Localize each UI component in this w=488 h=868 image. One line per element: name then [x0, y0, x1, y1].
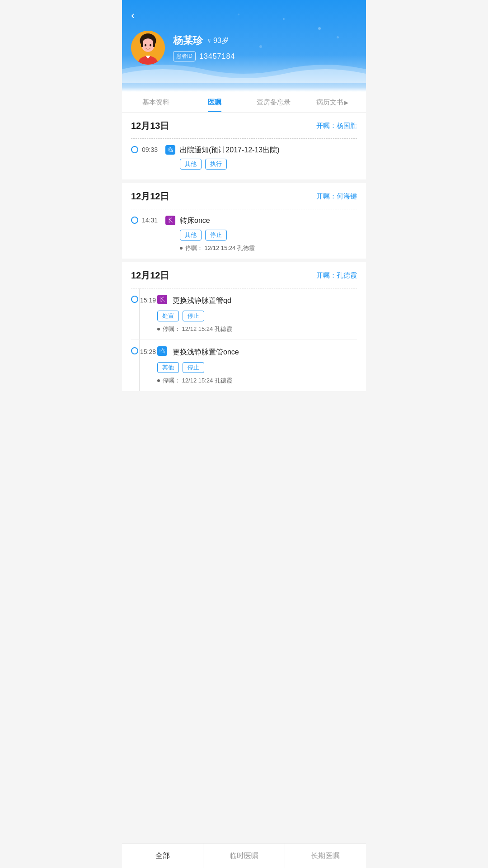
svg-point-6 [150, 44, 151, 47]
order-time: 09:33 [142, 146, 161, 153]
stop-info: 停嘱： 12/12 15:24 孔德霞 [157, 325, 357, 333]
stop-dot [157, 328, 160, 330]
order-item-0-0: 09:33 临 出院通知(预计2017-12-13出院) 其他 执行 [122, 139, 366, 179]
order-tag-0[interactable]: 处置 [157, 311, 179, 321]
order-tags: 其他 停止 [180, 230, 357, 241]
header: ‹ [122, 0, 366, 92]
stop-text: 停嘱： 12/12 15:24 孔德霞 [163, 377, 232, 385]
timeline-item-1: 15:28 临 更换浅静脉置管once 其他 停止 停嘱： 12/12 15:2… [131, 340, 357, 391]
stop-dot [157, 379, 160, 382]
stop-text: 停嘱： 12/12 15:24 孔德霞 [185, 244, 255, 252]
timeline-container: 15:19 长 更换浅静脉置管qd 处置 停止 停嘱： 12/12 15:24 … [122, 288, 366, 391]
doctor-label-1: 开嘱：何海键 [316, 192, 357, 201]
order-main: 转床once 其他 停止 停嘱： 12/12 15:24 孔德霞 [180, 216, 357, 252]
order-tag-1[interactable]: 停止 [183, 362, 204, 373]
timeline-dot [131, 146, 138, 153]
order-name: 更换浅静脉置管qd [173, 296, 231, 306]
stop-info: 停嘱： 12/12 15:24 孔德霞 [180, 244, 357, 252]
timeline-header: 长 更换浅静脉置管qd [157, 295, 357, 307]
timeline-dot [131, 217, 138, 224]
date-header-2: 12月12日 开嘱：孔德霞 [122, 262, 366, 288]
patient-details: 杨某珍 ♀ 93岁 患者ID 13457184 [173, 34, 235, 61]
svg-point-2 [142, 38, 155, 52]
stop-text: 停嘱： 12/12 15:24 孔德霞 [163, 325, 232, 333]
timeline-item-0: 15:19 长 更换浅静脉置管qd 处置 停止 停嘱： 12/12 15:24 … [131, 288, 357, 340]
tab-records[interactable]: 病历文书 ▶ [303, 92, 361, 112]
date-header-1: 12月12日 开嘱：何海键 [122, 183, 366, 209]
order-time: 15:19 [140, 297, 159, 304]
date-section-1: 12月12日 开嘱：何海键 14:31 长 转床once 其他 停止 [122, 183, 366, 258]
stop-dot [180, 247, 183, 250]
content-area: 12月13日 开嘱：杨国胜 09:33 临 出院通知(预计2017-12-13出… [122, 113, 366, 426]
patient-name: 杨某珍 [173, 34, 203, 47]
date-label-0: 12月13日 [131, 120, 169, 132]
order-tag-1[interactable]: 执行 [205, 159, 227, 170]
avatar [131, 31, 165, 65]
patient-gender-age: ♀ 93岁 [206, 36, 229, 46]
order-tags: 其他 停止 [157, 362, 357, 373]
doctor-label-2: 开嘱：孔德霞 [316, 271, 357, 280]
order-tag-1[interactable]: 停止 [183, 311, 204, 321]
order-tag-0[interactable]: 其他 [180, 159, 202, 170]
timeline-header: 临 更换浅静脉置管once [157, 346, 357, 359]
patient-id-badge: 患者ID [173, 51, 196, 61]
order-tag-0[interactable]: 其他 [157, 362, 179, 373]
svg-point-5 [145, 44, 146, 47]
order-name: 更换浅静脉置管once [173, 348, 239, 357]
tab-rounds[interactable]: 查房备忘录 [244, 92, 303, 112]
order-name: 出院通知(预计2017-12-13出院) [180, 145, 357, 155]
doctor-label-0: 开嘱：杨国胜 [316, 122, 357, 130]
order-tags: 处置 停止 [157, 311, 357, 321]
chevron-right-icon: ▶ [344, 99, 348, 106]
stop-info: 停嘱： 12/12 15:24 孔德霞 [157, 377, 357, 385]
tab-basic[interactable]: 基本资料 [127, 92, 185, 112]
date-section-2: 12月12日 开嘱：孔德霞 15:19 长 更换浅静脉置管qd 处置 停止 [122, 262, 366, 391]
timeline-circle [131, 347, 138, 354]
order-main: 出院通知(预计2017-12-13出院) 其他 执行 [180, 145, 357, 173]
patient-id-number: 13457184 [199, 52, 235, 61]
date-label-2: 12月12日 [131, 269, 169, 282]
patient-age: 93岁 [213, 36, 229, 46]
tab-orders[interactable]: 医嘱 [185, 92, 244, 112]
date-header-0: 12月13日 开嘱：杨国胜 [122, 113, 366, 138]
order-tags: 其他 执行 [180, 159, 357, 170]
order-tag-1[interactable]: 停止 [205, 230, 227, 241]
svg-rect-3 [141, 41, 143, 47]
back-button[interactable]: ‹ [131, 9, 135, 22]
order-type-badge: 长 [165, 216, 175, 225]
order-tag-0[interactable]: 其他 [180, 230, 202, 241]
order-name: 转床once [180, 216, 357, 226]
order-item-1-0: 14:31 长 转床once 其他 停止 停嘱： 12/12 15:24 孔德霞 [122, 209, 366, 258]
order-time: 14:31 [142, 217, 161, 224]
gender-icon: ♀ [206, 37, 212, 45]
order-time: 15:28 [140, 348, 159, 355]
date-section-0: 12月13日 开嘱：杨国胜 09:33 临 出院通知(预计2017-12-13出… [122, 113, 366, 179]
timeline-circle [131, 296, 138, 303]
tab-bar: 基本资料 医嘱 查房备忘录 病历文书 ▶ [122, 92, 366, 113]
order-type-badge: 临 [165, 145, 175, 155]
svg-rect-4 [153, 41, 155, 47]
header-top: ‹ [122, 0, 366, 26]
date-label-1: 12月12日 [131, 190, 169, 203]
patient-info: 杨某珍 ♀ 93岁 患者ID 13457184 [122, 26, 366, 74]
